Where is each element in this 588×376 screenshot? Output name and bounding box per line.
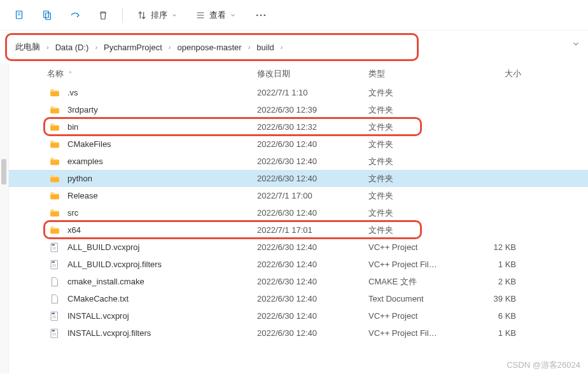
file-name: CMakeFiles xyxy=(67,139,257,149)
file-size: 1 KB xyxy=(470,328,521,338)
file-type: 文件夹 xyxy=(368,207,470,219)
filters-icon xyxy=(47,328,62,339)
chevron-down-icon xyxy=(171,12,178,18)
file-name: Release xyxy=(67,191,257,200)
file-date: 2022/6/30 12:32 xyxy=(257,122,368,132)
breadcrumb-item[interactable]: 此电脑 xyxy=(13,40,43,54)
file-date: 2022/7/1 1:10 xyxy=(257,88,368,97)
file-row[interactable]: ALL_BUILD.vcxproj2022/6/30 12:40VC++ Pro… xyxy=(9,239,588,256)
file-name: .vs xyxy=(67,88,257,97)
breadcrumb-expand-button[interactable] xyxy=(571,39,580,48)
folder-row[interactable]: Release2022/7/1 17:00文件夹 xyxy=(9,187,588,204)
cut-button[interactable] xyxy=(8,4,31,27)
column-headers: 名称 ˄ 修改日期 类型 大小 xyxy=(9,64,588,84)
more-button[interactable] xyxy=(248,4,274,27)
folder-row[interactable]: 3rdparty2022/6/30 12:39文件夹 xyxy=(9,101,588,118)
toolbar: 排序 查看 xyxy=(0,0,588,31)
folder-icon xyxy=(47,190,62,202)
file-date: 2022/6/30 12:40 xyxy=(257,139,368,149)
file-date: 2022/6/30 12:40 xyxy=(257,157,368,166)
svg-rect-1 xyxy=(44,11,49,18)
svg-rect-11 xyxy=(52,312,55,314)
sidebar-scroll-handle[interactable] xyxy=(1,159,6,185)
file-row[interactable]: INSTALL.vcxproj.filters2022/6/30 12:40VC… xyxy=(9,324,588,342)
file-size: 39 KB xyxy=(470,294,521,303)
file-size: 1 KB xyxy=(470,260,521,269)
file-type: 文件夹 xyxy=(368,122,470,133)
filters-icon xyxy=(47,259,62,270)
folder-row[interactable]: x642022/7/1 17:01文件夹 xyxy=(9,221,588,239)
sort-indicator-icon: ˄ xyxy=(69,71,72,78)
folder-row[interactable]: src2022/6/30 12:40文件夹 xyxy=(9,204,588,221)
file-row[interactable]: CMakeCache.txt2022/6/30 12:40Text Docume… xyxy=(9,290,588,307)
file-type: VC++ Project xyxy=(368,311,470,321)
folder-icon xyxy=(47,156,62,167)
sort-label: 排序 xyxy=(151,10,167,21)
file-name: src xyxy=(67,208,257,218)
folder-row[interactable]: python2022/6/30 12:40文件夹 xyxy=(9,170,588,187)
file-date: 2022/6/30 12:40 xyxy=(257,311,368,321)
file-row[interactable]: INSTALL.vcxproj2022/6/30 12:40VC++ Proje… xyxy=(9,307,588,324)
breadcrumb-item[interactable]: Data (D:) xyxy=(53,41,92,53)
folder-icon xyxy=(47,104,62,116)
view-label: 查看 xyxy=(209,10,226,21)
file-date: 2022/6/30 12:40 xyxy=(257,260,368,269)
folder-icon xyxy=(47,225,62,236)
list-area: 名称 ˄ 修改日期 类型 大小 .vs2022/7/1 1:10文件夹3rdpa… xyxy=(0,64,588,373)
vcxproj-icon xyxy=(47,310,62,322)
file-type: 文件夹 xyxy=(368,225,470,236)
file-type: Text Document xyxy=(368,294,470,303)
folder-icon xyxy=(47,173,62,185)
file-type: VC++ Project xyxy=(368,242,470,252)
chevron-right-icon: › xyxy=(167,43,172,51)
file-type: VC++ Project Fil… xyxy=(368,328,470,338)
header-date[interactable]: 修改日期 xyxy=(257,68,368,80)
file-icon xyxy=(47,293,62,305)
file-type: 文件夹 xyxy=(368,139,470,150)
copy-button[interactable] xyxy=(36,4,59,27)
breadcrumb-item[interactable]: build xyxy=(254,41,276,53)
folder-icon xyxy=(47,207,62,219)
header-name[interactable]: 名称 ˄ xyxy=(47,68,257,80)
file-name: INSTALL.vcxproj xyxy=(67,311,257,321)
file-size: 6 KB xyxy=(470,311,521,321)
breadcrumb[interactable]: 此电脑›Data (D:)›PycharmProject›openpose-ma… xyxy=(8,36,580,59)
file-type: VC++ Project Fil… xyxy=(368,260,470,269)
file-date: 2022/6/30 12:39 xyxy=(257,105,368,115)
file-name: bin xyxy=(67,122,257,132)
file-date: 2022/6/30 12:40 xyxy=(257,174,368,183)
folder-row[interactable]: examples2022/6/30 12:40文件夹 xyxy=(9,153,588,170)
sort-button[interactable]: 排序 xyxy=(130,4,184,27)
file-name: x64 xyxy=(67,225,257,235)
breadcrumb-item[interactable]: openpose-master xyxy=(175,41,244,53)
file-name: examples xyxy=(67,157,257,166)
file-name: 3rdparty xyxy=(67,105,257,115)
delete-button[interactable] xyxy=(92,4,115,27)
file-date: 2022/6/30 12:40 xyxy=(257,208,368,218)
file-row[interactable]: cmake_install.cmake2022/6/30 12:40CMAKE … xyxy=(9,273,588,290)
folder-row[interactable]: CMakeFiles2022/6/30 12:40文件夹 xyxy=(9,136,588,153)
header-size[interactable]: 大小 xyxy=(470,68,521,80)
file-type: 文件夹 xyxy=(368,156,470,167)
folder-row[interactable]: .vs2022/7/1 1:10文件夹 xyxy=(9,84,588,101)
file-list: 名称 ˄ 修改日期 类型 大小 .vs2022/7/1 1:10文件夹3rdpa… xyxy=(9,64,588,373)
file-size: 12 KB xyxy=(470,242,521,252)
file-icon xyxy=(47,276,62,288)
view-button[interactable]: 查看 xyxy=(189,4,242,27)
share-button[interactable] xyxy=(64,4,87,27)
file-date: 2022/6/30 12:40 xyxy=(257,277,368,286)
header-type[interactable]: 类型 xyxy=(368,68,470,80)
file-name: cmake_install.cmake xyxy=(67,277,257,286)
vcxproj-icon xyxy=(47,242,62,253)
file-date: 2022/6/30 12:40 xyxy=(257,294,368,303)
folder-icon xyxy=(47,122,62,133)
folder-row[interactable]: bin2022/6/30 12:32文件夹 xyxy=(9,118,588,136)
breadcrumb-item[interactable]: PycharmProject xyxy=(101,41,165,53)
chevron-right-icon: › xyxy=(45,43,50,51)
file-name: CMakeCache.txt xyxy=(67,294,257,303)
folder-icon xyxy=(47,87,62,99)
file-row[interactable]: ALL_BUILD.vcxproj.filters2022/6/30 12:40… xyxy=(9,256,588,273)
svg-rect-9 xyxy=(52,261,55,262)
file-date: 2022/7/1 17:00 xyxy=(257,191,368,200)
chevron-right-icon: › xyxy=(94,43,99,51)
